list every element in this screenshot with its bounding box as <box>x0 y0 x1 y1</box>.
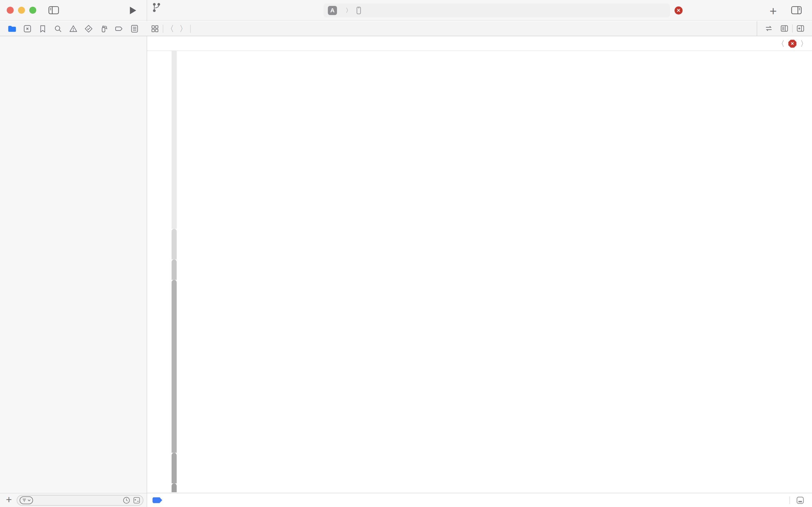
project-navigator-icon[interactable] <box>7 24 17 34</box>
breakpoint-indicator-icon[interactable] <box>153 497 162 503</box>
xcode-window: A 〉 ✕ + <box>0 0 812 507</box>
next-issue-icon[interactable]: 〉 <box>800 39 808 49</box>
filter-field[interactable] <box>17 495 143 506</box>
fold-ribbon[interactable] <box>172 229 177 260</box>
branch-icon <box>152 2 161 13</box>
editor-layout-icon[interactable] <box>780 24 789 33</box>
filter-input[interactable] <box>36 496 120 504</box>
debug-navigator-icon[interactable] <box>99 24 109 34</box>
scheme-app-icon: A <box>328 6 337 15</box>
recents-clock-icon[interactable] <box>122 496 130 504</box>
tab-bar <box>191 21 812 36</box>
fold-ribbon[interactable] <box>172 453 177 484</box>
editor-controls <box>757 21 812 36</box>
window-zoom-button[interactable] <box>29 7 36 14</box>
window-close-button[interactable] <box>7 7 14 14</box>
add-editor-icon[interactable] <box>796 24 805 33</box>
error-badge-icon: ✕ <box>675 6 683 14</box>
editor-options-icon[interactable] <box>795 496 805 505</box>
fold-ribbon[interactable] <box>172 280 177 453</box>
bookmarks-navigator-icon[interactable] <box>38 24 48 34</box>
run-button[interactable] <box>129 6 137 15</box>
window-minimize-button[interactable] <box>18 7 25 14</box>
back-button[interactable]: 〈 <box>166 23 174 35</box>
jump-bar: 〈 ✕ 〉 <box>147 37 812 51</box>
add-file-button[interactable]: + <box>6 494 12 505</box>
project-navigator-panel <box>0 36 147 492</box>
filter-icon[interactable] <box>19 496 33 504</box>
add-button[interactable]: + <box>769 4 777 18</box>
sidebar-toggle-icon[interactable] <box>48 5 60 15</box>
activity-status-bar: A 〉 <box>324 3 670 17</box>
reports-navigator-icon[interactable] <box>130 24 139 34</box>
fold-ribbon[interactable] <box>172 51 177 229</box>
related-items-icon[interactable] <box>151 24 160 33</box>
source-control-summary[interactable] <box>152 2 164 13</box>
inspector-toggle-icon[interactable] <box>791 5 802 15</box>
tests-navigator-icon[interactable] <box>84 24 94 34</box>
issue-count-button[interactable]: ✕ <box>675 6 685 14</box>
tab-strip: 〈 〉 <box>147 21 812 36</box>
issue-navigation: 〈 ✕ 〉 <box>777 39 808 49</box>
navigator-icon-strip <box>0 21 147 36</box>
device-icon <box>356 6 361 15</box>
fold-ribbon[interactable] <box>172 260 177 280</box>
breakpoints-navigator-icon[interactable] <box>114 24 124 34</box>
previous-issue-icon[interactable]: 〈 <box>777 39 785 49</box>
editor-bottom-bar <box>147 493 812 507</box>
swap-editors-icon[interactable] <box>764 24 773 33</box>
find-navigator-icon[interactable] <box>53 24 63 34</box>
issues-navigator-icon[interactable] <box>68 24 78 34</box>
title-bar: A 〉 ✕ + <box>0 0 812 21</box>
navigator-filter-bar: + <box>0 493 147 507</box>
error-stop-icon[interactable]: ✕ <box>789 40 797 48</box>
chevron-right-icon: 〉 <box>346 6 351 14</box>
forward-button[interactable]: 〉 <box>179 23 187 35</box>
navigator-and-tab-bar: 〈 〉 <box>0 21 812 36</box>
source-control-navigator-icon[interactable] <box>22 24 32 34</box>
fold-ribbon[interactable] <box>172 484 177 492</box>
source-editor[interactable] <box>147 51 812 492</box>
plus-minus-filter-icon[interactable] <box>133 496 141 504</box>
